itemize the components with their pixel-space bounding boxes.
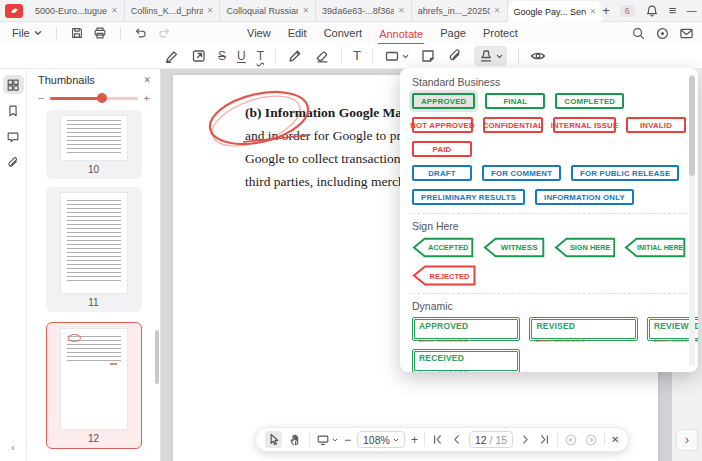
stamp-initial-here[interactable]: INITIAL HERE: [624, 237, 686, 258]
stamp-tool-button[interactable]: [474, 46, 507, 66]
highlight-tool-icon[interactable]: [164, 48, 180, 64]
page-number-input[interactable]: 12/ 15: [469, 431, 513, 448]
file-menu[interactable]: File: [0, 27, 42, 39]
stamp-confidential[interactable]: CONFIDENTIAL: [483, 117, 543, 133]
thumbnail-page-11[interactable]: 11: [46, 187, 142, 312]
popup-scrollbar-thumb[interactable]: [689, 76, 695, 176]
attachment-tool-icon[interactable]: [447, 48, 463, 64]
stamp-final[interactable]: FINAL: [485, 93, 545, 109]
tab-document-2[interactable]: Collins_K...d_phrases✕: [125, 0, 221, 22]
slider-track[interactable]: [50, 97, 137, 100]
search-icon[interactable]: [631, 26, 646, 41]
divider: [309, 433, 310, 446]
sticky-note-tool-icon[interactable]: [420, 48, 436, 64]
stamp-for-comment[interactable]: FOR COMMENT: [482, 165, 561, 181]
shapes-tool-icon[interactable]: [384, 48, 409, 64]
print-button[interactable]: [93, 26, 107, 40]
bell-icon[interactable]: [645, 4, 659, 18]
slider-plus[interactable]: +: [144, 92, 150, 104]
stamp-paid[interactable]: PAID: [412, 141, 472, 157]
stamp-rejected[interactable]: REJECTED: [412, 265, 476, 286]
thumbnail-page-12-selected[interactable]: 12: [46, 322, 142, 449]
main-menu-icon[interactable]: ≡: [669, 3, 677, 18]
hand-tool-icon[interactable]: [288, 432, 303, 447]
area-highlight-tool-icon[interactable]: [191, 48, 207, 64]
notification-count-badge[interactable]: 6: [620, 5, 635, 17]
stamp-witness[interactable]: WITNESS: [483, 237, 545, 258]
tab-document-3[interactable]: Colloquial Russian 2✕: [220, 0, 316, 22]
thumbnail-page-10[interactable]: 10: [46, 110, 142, 179]
right-panel-expand-button[interactable]: ›: [676, 429, 698, 451]
tab-close-icon[interactable]: ✕: [111, 6, 118, 15]
stamp-dynamic-approved[interactable]: APPROVEDAdminist... 2021/5/11,14:28:28: [412, 317, 520, 341]
menu-view[interactable]: View: [246, 25, 272, 41]
tab-document-5[interactable]: ahrefs_in..._20250825✕: [412, 0, 508, 22]
next-page-button[interactable]: [519, 433, 532, 446]
last-page-button[interactable]: [538, 433, 551, 446]
eraser-tool-icon[interactable]: [314, 48, 330, 64]
screenshot-icon[interactable]: [655, 26, 670, 41]
tab-document-1[interactable]: 5000-Euro...tuguese *✕: [29, 0, 125, 22]
thumbnail-list: 10 11 12: [27, 106, 160, 461]
pencil-tool-icon[interactable]: [287, 48, 303, 64]
tab-document-active[interactable]: Google Pay... Service *✕: [508, 1, 603, 22]
menu-convert[interactable]: Convert: [323, 25, 364, 41]
view-mode-icon[interactable]: [316, 433, 338, 447]
stamp-not-approved[interactable]: NOT APPROVED: [412, 117, 473, 133]
tab-close-icon[interactable]: ✕: [207, 6, 214, 15]
zoom-in-button[interactable]: +: [411, 433, 418, 447]
squiggly-underline-tool-icon[interactable]: T: [257, 49, 264, 63]
stamp-dynamic-revised[interactable]: REVISEDAdminist... 2021/5/11,14:28:28: [529, 317, 637, 341]
zoom-out-button[interactable]: −: [344, 433, 351, 447]
close-toolbar-icon[interactable]: ✕: [611, 434, 619, 445]
attachments-panel-icon[interactable]: [3, 153, 24, 172]
page-navigation-toolbar: − 108% + 12/ 15 ✕: [255, 427, 629, 452]
select-tool-icon[interactable]: [265, 431, 282, 448]
stamp-for-public-release[interactable]: FOR PUBLIC RELEASE: [571, 165, 679, 181]
comments-panel-icon[interactable]: [3, 127, 24, 146]
new-tab-button[interactable]: +: [602, 3, 610, 18]
read-mode-eye-icon[interactable]: [530, 48, 546, 64]
tab-close-icon[interactable]: ✕: [302, 6, 309, 15]
stamp-dynamic-received[interactable]: RECEIVEDAdminist... 2021/5/11,14:28:28: [412, 349, 520, 372]
menu-annotate[interactable]: Annotate: [378, 26, 424, 45]
zoom-level-select[interactable]: 108%: [357, 431, 405, 448]
stamp-accepted[interactable]: ACCEPTED: [412, 237, 474, 258]
undo-button[interactable]: [134, 26, 148, 40]
popup-scrollbar[interactable]: [689, 74, 695, 366]
view-back-button[interactable]: [564, 433, 578, 447]
redo-button[interactable]: [157, 26, 171, 40]
save-button[interactable]: [70, 26, 84, 40]
underline-tool-icon[interactable]: U: [237, 49, 246, 63]
menu-protect[interactable]: Protect: [482, 25, 519, 41]
stamp-draft[interactable]: DRAFT: [412, 165, 472, 181]
menu-edit[interactable]: Edit: [287, 25, 308, 41]
sidebar-scrollbar-thumb[interactable]: [155, 330, 159, 384]
thumbnails-panel-icon[interactable]: [3, 75, 24, 94]
stamp-sign-here[interactable]: SIGN HERE: [554, 237, 616, 258]
tab-close-icon[interactable]: ✕: [398, 6, 405, 15]
strikethrough-tool-icon[interactable]: S: [218, 49, 226, 63]
view-forward-button[interactable]: [584, 433, 598, 447]
tab-close-icon[interactable]: ✕: [590, 7, 597, 16]
bookmarks-panel-icon[interactable]: [3, 101, 24, 120]
tab-close-icon[interactable]: ✕: [494, 6, 501, 15]
window-minimize-button[interactable]: —: [686, 5, 696, 16]
text-comment-tool-icon[interactable]: T: [353, 49, 361, 63]
menu-page[interactable]: Page: [439, 25, 467, 41]
stamp-information-only[interactable]: INFORMATION ONLY: [535, 189, 634, 205]
slider-minus[interactable]: −: [38, 92, 44, 104]
stamp-internal-issue[interactable]: INTERNAL ISSUE: [553, 117, 616, 133]
stamp-preliminary-results[interactable]: PRELIMINARY RESULTS: [412, 189, 525, 205]
stamp-completed[interactable]: COMPLETED: [555, 93, 624, 109]
stamp-invalid[interactable]: INVALID: [626, 117, 686, 133]
slider-knob[interactable]: [97, 93, 107, 103]
close-icon[interactable]: ✕: [143, 75, 151, 85]
stamp-approved[interactable]: APPROVED: [412, 93, 475, 109]
tab-document-4[interactable]: 39da6e63-...8f36aa7ad✕: [316, 0, 412, 22]
feedback-mail-icon[interactable]: [679, 26, 694, 41]
previous-page-button[interactable]: [450, 433, 463, 446]
first-page-button[interactable]: [431, 433, 444, 446]
sidebar-collapse-icon[interactable]: ‹: [11, 441, 15, 453]
page-12-preview: [61, 329, 127, 429]
